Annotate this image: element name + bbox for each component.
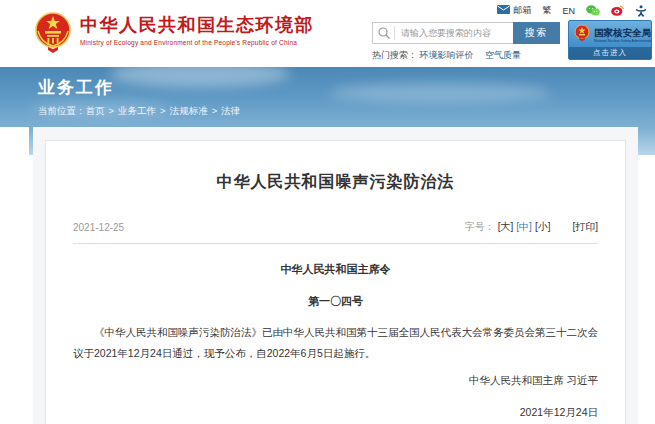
article-card: 中华人民共和国噪声污染防治法 2021-12-25 字号：[大][中][小][打… [45, 140, 626, 424]
font-size-label: 字号： [465, 221, 495, 232]
breadcrumb-law[interactable]: 法律 [221, 105, 240, 116]
font-large-button[interactable]: [大] [498, 221, 514, 232]
mail-icon [497, 5, 510, 16]
breadcrumb-home[interactable]: 首页 [86, 105, 105, 116]
ministry-logo[interactable]: 中华人民共和国生态环境部 Ministry of Ecology and Env… [34, 9, 314, 59]
national-emblem-icon [34, 9, 72, 59]
english-link[interactable]: EN [562, 6, 575, 16]
accessibility-icon[interactable] [635, 5, 647, 17]
nuclear-title: 国家核安全局 [594, 28, 652, 38]
decree-paragraph: 《中华人民共和国噪声污染防治法》已由中华人民共和国第十三届全国人民代表大会常务委… [73, 322, 598, 364]
mail-label: 邮箱 [513, 4, 531, 17]
hot-search-row: 热门搜索： 环境影响评价 空气质量 [372, 49, 530, 62]
font-size-tools: 字号：[大][中][小][打印] [465, 220, 598, 234]
search-box: 搜索 [372, 22, 560, 44]
article-meta: 2021-12-25 字号：[大][中][小][打印] [73, 220, 598, 234]
nuclear-safety-banner[interactable]: 国家核安全局 National Nuclear Safety Administr… [568, 20, 652, 60]
decree-sign-date: 2021年12月24日 [73, 406, 598, 420]
decree-number: 第一〇四号 [73, 294, 598, 309]
content-area: 中华人民共和国噪声污染防治法 2021-12-25 字号：[大][中][小][打… [33, 127, 638, 424]
traditional-chinese-link[interactable]: 繁 [542, 4, 551, 17]
section-title: 业务工作 [38, 76, 114, 99]
page: 中华人民共和国生态环境部 Ministry of Ecology and Env… [0, 0, 655, 424]
breadcrumb-separator: > [109, 105, 115, 116]
search-divider [394, 26, 395, 40]
weibo-icon[interactable] [611, 5, 624, 16]
breadcrumb-separator: > [160, 105, 166, 116]
breadcrumb-regulations[interactable]: 法规标准 [170, 105, 208, 116]
cloud-decoration [110, 67, 290, 87]
font-medium-button[interactable]: [中] [516, 221, 532, 232]
breadcrumb-business[interactable]: 业务工作 [118, 105, 156, 116]
breadcrumb: 当前位置：首页>业务工作>法规标准>法律 [38, 105, 240, 118]
breadcrumb-separator: > [212, 105, 218, 116]
site-title: 中华人民共和国生态环境部 [80, 13, 314, 37]
nuclear-subtitle: National Nuclear Safety Administration [594, 39, 652, 43]
publish-date: 2021-12-25 [73, 222, 124, 233]
site-header: 中华人民共和国生态环境部 Ministry of Ecology and Env… [0, 0, 655, 67]
cloud-decoration [330, 83, 550, 103]
nuclear-enter-button[interactable]: 点击进入 [569, 47, 651, 59]
font-small-button[interactable]: [小] [535, 221, 551, 232]
search-button[interactable]: 搜索 [513, 22, 560, 44]
meta-divider [73, 243, 598, 244]
hot-search-link-air[interactable]: 空气质量 [485, 50, 521, 60]
background-mask [0, 127, 29, 155]
nuclear-emblem-icon [574, 24, 590, 46]
article-title: 中华人民共和国噪声污染防治法 [73, 172, 598, 193]
decree-heading: 中华人民共和国主席令 [73, 262, 598, 277]
decree-signer: 中华人民共和国主席 习近平 [73, 374, 598, 388]
mail-link[interactable]: 邮箱 [497, 4, 531, 17]
wechat-icon[interactable] [586, 5, 600, 16]
site-subtitle: Ministry of Ecology and Environment of t… [80, 39, 314, 46]
utility-nav: 邮箱 繁 EN [497, 4, 647, 17]
hot-search-label: 热门搜索： [372, 50, 417, 60]
hot-search-link-eia[interactable]: 环境影响评价 [420, 50, 474, 60]
breadcrumb-label: 当前位置： [38, 105, 86, 116]
print-button[interactable]: [打印] [572, 221, 598, 232]
